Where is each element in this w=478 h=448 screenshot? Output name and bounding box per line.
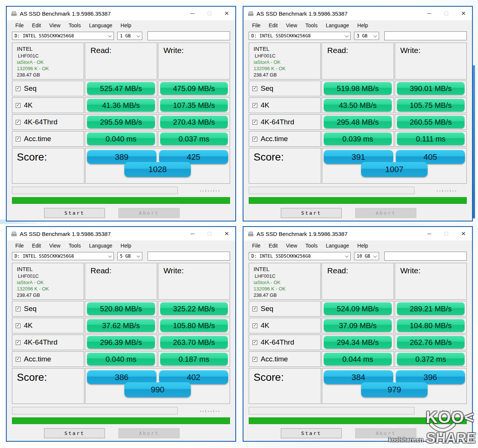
parameter-input[interactable] (148, 31, 230, 40)
benchmark-window: AS SSD Benchmark 1.9.5986.35387 ✕ File E… (243, 6, 473, 221)
maximize-button[interactable] (438, 227, 455, 240)
menu-view[interactable]: View (282, 21, 301, 29)
menu-language[interactable]: Language (85, 21, 116, 29)
title-bar: AS SSD Benchmark 1.9.5986.35387 ✕ (243, 227, 472, 240)
maximize-button[interactable] (438, 7, 455, 20)
elapsed-time: --:--:-- (436, 409, 457, 413)
menu-tools[interactable]: Tools (65, 242, 85, 250)
overall-progress-bar (249, 197, 467, 204)
minimize-button[interactable] (420, 7, 438, 20)
4k64-checkbox[interactable]: ✓ (252, 120, 257, 125)
menu-help[interactable]: Help (353, 21, 372, 29)
acctime-checkbox[interactable]: ✓ (252, 137, 257, 141)
menu-edit[interactable]: Edit (28, 21, 45, 29)
overall-progress-bar (12, 417, 230, 424)
menu-edit[interactable]: Edit (265, 21, 282, 29)
4k64-checkbox[interactable]: ✓ (252, 340, 257, 345)
write-header: Write: (395, 43, 467, 80)
menu-language[interactable]: Language (85, 242, 116, 250)
chevron-down-icon (137, 254, 140, 258)
parameter-input[interactable] (148, 252, 230, 261)
controls-row: D: INTEL SSDSCKKW256G8 1 GB (12, 31, 230, 41)
parameter-input[interactable] (384, 31, 467, 40)
score-panel: 384 396 979 (322, 368, 467, 404)
total-score: 1007 (361, 162, 428, 177)
4k64-write-value: 260.55 MB/s (397, 116, 465, 128)
check-icon: ✓ (253, 86, 257, 90)
minimize-button[interactable] (184, 7, 201, 20)
maximize-button[interactable] (201, 227, 218, 240)
seq-checkbox[interactable]: ✓ (252, 86, 257, 91)
seq-checkbox[interactable]: ✓ (16, 307, 21, 311)
menu-file[interactable]: File (248, 21, 265, 29)
menu-language[interactable]: Language (322, 242, 353, 250)
acctime-checkbox[interactable]: ✓ (252, 357, 257, 362)
start-button[interactable]: Start (44, 208, 105, 218)
seq-checkbox[interactable]: ✓ (16, 86, 21, 91)
drive-select[interactable]: D: INTEL SSDSCKKW256G8 (12, 252, 114, 260)
menu-file[interactable]: File (11, 242, 28, 250)
4k-checkbox[interactable]: ✓ (16, 103, 21, 108)
check-icon: ✓ (16, 120, 20, 124)
row-label: 4K-64Thrd (261, 118, 294, 126)
menu-help[interactable]: Help (117, 21, 136, 29)
minimize-button[interactable] (420, 227, 438, 240)
drive-select[interactable]: D: INTEL SSDSCKKW256G8 (249, 32, 351, 40)
4k64-checkbox[interactable]: ✓ (16, 340, 21, 345)
start-button[interactable]: Start (281, 208, 342, 218)
test-size-select[interactable]: 5 GB (117, 252, 142, 260)
chevron-down-icon (345, 254, 349, 258)
4k-checkbox[interactable]: ✓ (252, 323, 257, 328)
start-button[interactable]: Start (281, 428, 342, 438)
parameter-input[interactable] (384, 252, 467, 261)
drive-select-value: D: INTEL SSDSCKKW256G8 (15, 33, 74, 38)
abort-button[interactable]: Abort (355, 428, 416, 438)
seq-checkbox[interactable]: ✓ (252, 307, 257, 311)
menu-tools[interactable]: Tools (301, 21, 322, 29)
seq-write-value: 325.22 MB/s (160, 302, 228, 315)
abort-button[interactable]: Abort (118, 428, 180, 438)
drive-select[interactable]: D: INTEL SSDSCKKW256G8 (12, 32, 114, 40)
menu-tools[interactable]: Tools (65, 21, 85, 29)
abort-button[interactable]: Abort (355, 208, 416, 218)
4k-checkbox[interactable]: ✓ (16, 323, 21, 328)
maximize-button[interactable] (201, 7, 218, 20)
drive-select-value: D: INTEL SSDSCKKW256G8 (251, 253, 311, 259)
test-size-select[interactable]: 10 GB (354, 252, 379, 260)
4k-checkbox[interactable]: ✓ (252, 103, 257, 108)
menu-help[interactable]: Help (117, 242, 136, 250)
close-button[interactable]: ✕ (218, 227, 235, 240)
close-button[interactable]: ✕ (455, 7, 472, 20)
close-button[interactable]: ✕ (218, 7, 235, 20)
close-button[interactable]: ✕ (455, 227, 472, 240)
4k64-checkbox[interactable]: ✓ (16, 120, 21, 125)
menu-file[interactable]: File (248, 242, 265, 250)
test-size-select[interactable]: 3 GB (354, 32, 379, 40)
row-label: Acc.time (24, 135, 51, 143)
row-label: Seq (261, 84, 273, 93)
menu-help[interactable]: Help (353, 242, 372, 250)
test-size-select[interactable]: 1 GB (117, 32, 142, 40)
drive-select-value: D: INTEL SSDSCKKW256G8 (15, 253, 74, 259)
start-button[interactable]: Start (44, 428, 105, 438)
menu-language[interactable]: Language (322, 21, 353, 29)
menu-edit[interactable]: Edit (265, 242, 282, 250)
menu-view[interactable]: View (282, 242, 301, 250)
menu-tools[interactable]: Tools (301, 242, 322, 250)
maximize-icon (444, 12, 448, 15)
acctime-checkbox[interactable]: ✓ (16, 357, 21, 362)
results-table: INTEL LHF001C iaStorA - OK 132096 K - OK… (12, 43, 230, 184)
abort-button[interactable]: Abort (118, 208, 180, 218)
results-table: INTEL LHF001C iaStorA - OK 132096 K - OK… (249, 263, 467, 404)
drive-select[interactable]: D: INTEL SSDSCKKW256G8 (249, 252, 351, 260)
acctime-checkbox[interactable]: ✓ (16, 137, 21, 141)
row-label: 4K (261, 101, 269, 109)
driver-status: iaStorA - OK (17, 279, 84, 286)
acctime-read-value: 0.040 ms (87, 353, 155, 365)
menu-file[interactable]: File (11, 21, 28, 29)
menu-view[interactable]: View (45, 242, 65, 250)
title-bar: AS SSD Benchmark 1.9.5986.35387 ✕ (7, 227, 235, 240)
menu-view[interactable]: View (45, 21, 65, 29)
minimize-button[interactable] (184, 227, 201, 240)
menu-edit[interactable]: Edit (28, 242, 45, 250)
